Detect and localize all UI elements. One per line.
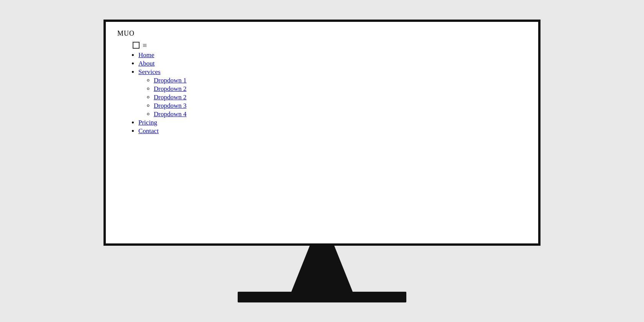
dropdown-item-1: Dropdown 1	[154, 77, 527, 84]
nav-item-about: About	[138, 60, 527, 67]
dropdown-link-2a[interactable]: Dropdown 2	[154, 85, 186, 92]
site-title: MUO	[117, 30, 527, 38]
screen-content: MUO ≡ Home About Services Dropdown 1	[106, 22, 538, 243]
nav-item-contact: Contact	[138, 127, 527, 135]
services-dropdown-list: Dropdown 1 Dropdown 2 Dropdown 2 Dropdow…	[154, 77, 527, 118]
nav-link-services[interactable]: Services	[138, 68, 161, 76]
checkbox-icon[interactable]	[133, 42, 140, 49]
nav-list: Home About Services Dropdown 1 Dropdown …	[138, 51, 527, 135]
nav-link-pricing[interactable]: Pricing	[138, 119, 157, 126]
menu-toggle-area: ≡	[133, 41, 527, 49]
nav-link-about[interactable]: About	[138, 60, 155, 67]
dropdown-item-2a: Dropdown 2	[154, 85, 527, 93]
dropdown-item-4: Dropdown 4	[154, 110, 527, 118]
dropdown-link-3[interactable]: Dropdown 3	[154, 102, 186, 109]
monitor-screen: MUO ≡ Home About Services Dropdown 1	[104, 20, 540, 246]
dropdown-link-2b[interactable]: Dropdown 2	[154, 94, 186, 101]
dropdown-item-2b: Dropdown 2	[154, 94, 527, 101]
monitor-base	[238, 292, 406, 302]
nav-item-pricing: Pricing	[138, 119, 527, 127]
monitor-wrapper: MUO ≡ Home About Services Dropdown 1	[104, 20, 540, 302]
hamburger-icon[interactable]: ≡	[143, 41, 147, 49]
nav-link-home[interactable]: Home	[138, 51, 154, 59]
dropdown-link-1[interactable]: Dropdown 1	[154, 77, 186, 84]
dropdown-item-3: Dropdown 3	[154, 102, 527, 110]
nav-item-services: Services Dropdown 1 Dropdown 2 Dropdown …	[138, 68, 527, 118]
dropdown-link-4[interactable]: Dropdown 4	[154, 110, 186, 118]
nav-item-home: Home	[138, 51, 527, 59]
monitor-neck	[291, 246, 353, 292]
nav-link-contact[interactable]: Contact	[138, 127, 159, 135]
